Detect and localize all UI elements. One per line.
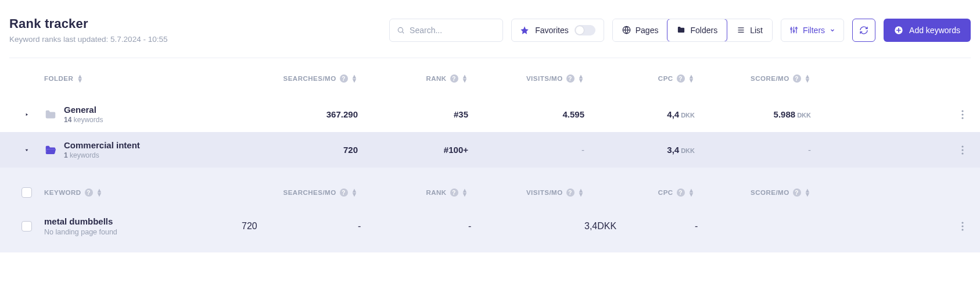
help-icon[interactable]: ? [677,188,685,197]
currency-suffix: DKK [797,112,811,119]
col-visits-label: VISITS/MO [526,75,563,82]
folder-name: Commercial intent [64,140,140,150]
col-score[interactable]: SCORE/MO ? ▲▼ [695,188,811,197]
cell-cpc: 3,4DKK [584,221,695,232]
search-icon [397,26,405,35]
add-keywords-button[interactable]: Add keywords [884,19,971,42]
row-menu-button[interactable] [959,219,966,233]
help-icon[interactable]: ? [566,74,575,83]
refresh-button[interactable] [852,19,875,42]
sort-icon: ▲▼ [805,74,811,83]
svg-point-17 [961,149,963,151]
cell-cpc: 3,4DKK [584,145,695,155]
folder-cell: General 14 keywords [44,105,242,124]
col-cpc[interactable]: CPC ? ▲▼ [584,74,695,83]
select-row-cell [9,221,44,232]
view-pages-button[interactable]: Pages [613,19,668,41]
globe-icon [622,26,631,34]
svg-point-9 [793,30,795,32]
row-menu-button[interactable] [959,108,966,122]
view-folders-button[interactable]: Folders [667,19,727,42]
col-searches-label: SEARCHES/MO [283,189,336,196]
col-cpc[interactable]: CPC ? ▲▼ [584,188,695,197]
sort-icon: ▲▼ [351,74,358,83]
help-icon[interactable]: ? [677,74,685,83]
keyword-sub-table: KEYWORD ? ▲▼ SEARCHES/MO ? ▲▼ RANK ? ▲▼ … [0,168,980,252]
title-block: Rank tracker Keyword ranks last updated:… [9,16,167,44]
cell-searches: 720 [242,221,358,232]
cell-visits: - [468,221,584,232]
col-visits[interactable]: VISITS/MO ? ▲▼ [468,188,584,197]
col-keyword-label: KEYWORD [44,189,81,196]
search-field[interactable] [389,19,503,42]
col-searches[interactable]: SEARCHES/MO ? ▲▼ [242,74,358,83]
help-icon[interactable]: ? [566,188,575,197]
help-icon[interactable]: ? [85,188,93,197]
svg-point-14 [961,113,963,115]
keyword-cell: metal dumbbells No landing page found [44,216,242,236]
select-row-checkbox[interactable] [21,221,32,232]
col-score-label: SCORE/MO [751,189,789,196]
col-searches[interactable]: SEARCHES/MO ? ▲▼ [242,188,358,197]
svg-point-21 [961,229,963,230]
favorites-label: Favorites [535,26,569,35]
table-header-row: FOLDER ▲▼ SEARCHES/MO ? ▲▼ RANK ? ▲▼ VIS… [0,58,980,97]
row-menu-button[interactable] [959,143,966,157]
svg-point-16 [961,145,963,147]
keyword-row[interactable]: metal dumbbells No landing page found 72… [0,209,980,252]
sort-icon: ▲▼ [96,188,103,197]
col-searches-label: SEARCHES/MO [283,75,336,82]
currency-suffix: DKK [681,112,695,119]
row-actions [811,219,971,233]
cell-score: 5.988DKK [695,109,811,119]
col-score[interactable]: SCORE/MO ? ▲▼ [695,74,811,83]
col-keyword[interactable]: KEYWORD ? ▲▼ [44,188,242,197]
svg-point-15 [961,117,963,119]
keyword-meta: No landing page found [44,228,242,236]
col-score-label: SCORE/MO [751,75,789,82]
row-actions [811,108,971,122]
sort-icon: ▲▼ [578,74,584,83]
page-title: Rank tracker [9,16,167,31]
col-visits[interactable]: VISITS/MO ? ▲▼ [468,74,584,83]
select-all-cell [9,187,44,198]
search-input[interactable] [410,26,496,35]
folders-table: FOLDER ▲▼ SEARCHES/MO ? ▲▼ RANK ? ▲▼ VIS… [0,58,980,252]
view-list-button[interactable]: List [727,19,772,41]
col-rank[interactable]: RANK ? ▲▼ [358,188,468,197]
cpc-value: 3,4 [667,145,679,155]
view-folders-label: Folders [690,26,717,35]
filters-button[interactable]: Filters [781,19,844,42]
sort-icon: ▲▼ [462,188,468,197]
folder-closed-icon [44,108,57,121]
favorites-toggle-box: Favorites [511,19,604,42]
col-folder-label: FOLDER [44,75,73,82]
add-keywords-label: Add keywords [909,26,960,35]
help-icon[interactable]: ? [450,188,458,197]
sub-table-header-row: KEYWORD ? ▲▼ SEARCHES/MO ? ▲▼ RANK ? ▲▼ … [0,168,980,209]
folder-row[interactable]: Commercial intent 1 keywords 720 #100+ -… [0,132,980,168]
folder-name: General [64,105,103,115]
cell-score: - [695,145,811,155]
expand-toggle[interactable] [9,148,44,152]
folder-count-suffix: keywords [74,116,103,124]
help-icon[interactable]: ? [793,74,801,83]
help-icon[interactable]: ? [450,74,458,83]
kebab-icon [961,145,964,155]
folder-icon [677,26,685,34]
col-folder[interactable]: FOLDER ▲▼ [44,74,242,83]
help-icon[interactable]: ? [793,188,801,197]
dash-value: - [358,221,361,231]
svg-point-13 [961,110,963,112]
expand-toggle[interactable] [9,112,44,117]
col-rank[interactable]: RANK ? ▲▼ [358,74,468,83]
select-all-checkbox[interactable] [21,187,32,198]
col-visits-label: VISITS/MO [526,189,563,196]
help-icon[interactable]: ? [340,74,348,83]
folder-row[interactable]: General 14 keywords 367.290 #35 4.595 4,… [0,97,980,132]
favorites-toggle[interactable] [575,25,595,35]
dash-value: - [695,221,698,231]
filters-label: Filters [803,26,825,35]
help-icon[interactable]: ? [340,188,348,197]
col-rank-label: RANK [426,75,446,82]
